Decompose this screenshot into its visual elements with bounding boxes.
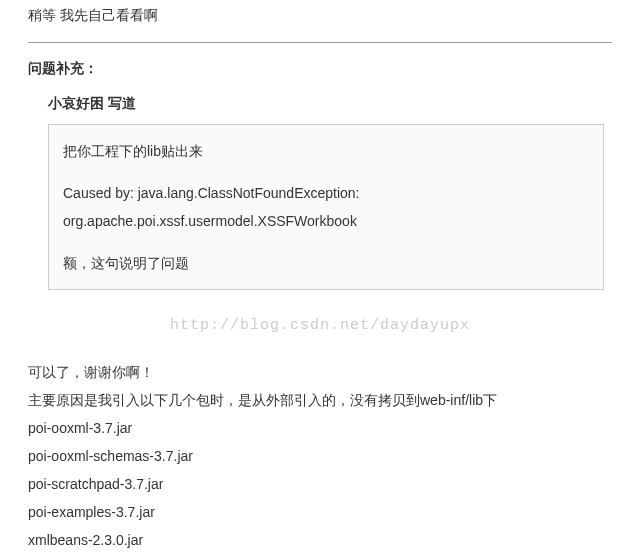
jar-item: poi-examples-3.7.jar [28, 498, 612, 526]
quote-line: org.apache.poi.xssf.usermodel.XSSFWorkbo… [63, 207, 589, 235]
jar-item: poi-ooxml-3.7.jar [28, 414, 612, 442]
quote-line: 额，这句说明了问题 [63, 249, 589, 277]
quote-line: Caused by: java.lang.ClassNotFoundExcept… [63, 179, 589, 207]
reply-reason: 主要原因是我引入以下几个包时，是从外部引入的，没有拷贝到web-inf/lib下 [28, 386, 612, 414]
quote-author-header: 小哀好困 写道 [48, 92, 612, 114]
jar-item: xmlbeans-2.3.0.jar [28, 526, 612, 554]
jar-item: poi-scratchpad-3.7.jar [28, 470, 612, 498]
quote-box: 把你工程下的lib贴出来 Caused by: java.lang.ClassN… [48, 124, 604, 290]
section-title: 问题补充： [28, 57, 612, 79]
top-comment: 稍等 我先自己看看啊 [28, 0, 612, 43]
jar-item: poi-ooxml-schemas-3.7.jar [28, 442, 612, 470]
reply-thanks: 可以了，谢谢你啊！ [28, 358, 612, 386]
reply-block: 可以了，谢谢你啊！ 主要原因是我引入以下几个包时，是从外部引入的，没有拷贝到we… [28, 358, 612, 555]
watermark: http://blog.csdn.net/daydayupx [28, 314, 612, 338]
quote-line: 把你工程下的lib贴出来 [63, 137, 589, 165]
